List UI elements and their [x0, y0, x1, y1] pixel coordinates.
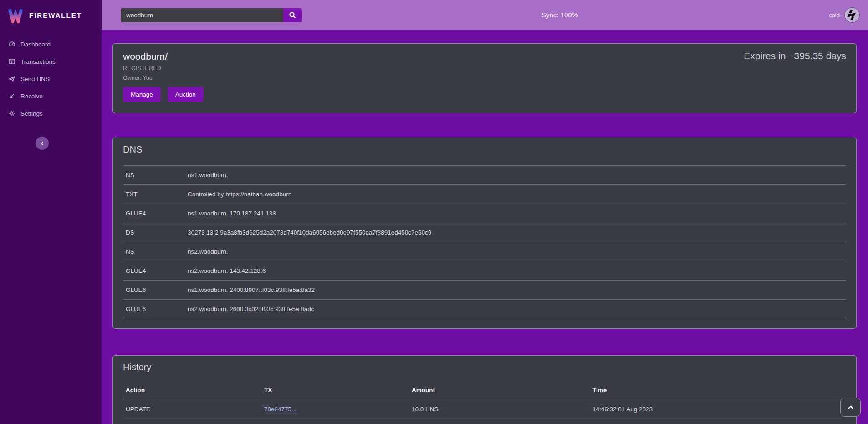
sidebar-item-label: Transactions	[20, 58, 56, 65]
dns-record-row: NS ns1.woodburn.	[123, 165, 846, 184]
history-title: History	[123, 361, 846, 373]
dns-record-type: NS	[123, 172, 188, 179]
chevron-left-icon	[40, 141, 45, 146]
send-plane-icon	[8, 75, 15, 82]
dashboard-gauge-icon	[8, 41, 15, 48]
domain-expiry: Expires in ~395.35 days	[744, 51, 846, 107]
dns-record-type: NS	[123, 248, 188, 255]
dns-record-value: ns1.woodburn. 170.187.241.138	[188, 210, 276, 217]
receive-arrow-icon	[8, 92, 15, 100]
dns-record-row: GLUE4 ns1.woodburn. 170.187.241.138	[123, 204, 846, 223]
dns-record-type: GLUE4	[123, 267, 188, 274]
transactions-table-icon	[8, 58, 15, 65]
firewallet-logo-icon	[7, 7, 24, 23]
dns-record-row: GLUE6 ns2.woodburn. 2600:3c02::f03c:93ff…	[123, 299, 846, 318]
scroll-to-top-button[interactable]	[840, 398, 861, 417]
search-bar	[121, 8, 302, 22]
sidebar-item-transactions[interactable]: Transactions	[0, 53, 102, 70]
dns-record-value: ns1.woodburn. 2400:8907::f03c:93ff:fe5a:…	[188, 286, 315, 293]
search-icon	[289, 11, 296, 19]
sidebar-item-label: Dashboard	[20, 41, 51, 48]
history-col-amount: Amount	[412, 387, 592, 393]
history-col-action: Action	[123, 387, 264, 393]
domain-card: woodburn/ REGISTERED Owner: You Manage A…	[112, 43, 857, 113]
sidebar-item-settings[interactable]: Settings	[0, 105, 102, 122]
dns-record-row: GLUE6 ns1.woodburn. 2400:8907::f03c:93ff…	[123, 280, 846, 299]
topbar: Sync: 100% cold	[102, 0, 868, 30]
dns-record-row: NS ns2.woodburn.	[123, 242, 846, 261]
settings-gear-icon	[8, 110, 15, 117]
dns-record-value: ns2.woodburn. 143.42.128.6	[188, 267, 266, 274]
history-row: UPDATE 70e64775... 10.0 HNS 14:46:32 01 …	[123, 399, 846, 419]
auction-button[interactable]: Auction	[168, 87, 204, 102]
history-row: RENEW 47f0d2a5... 10.0 HNS 15:15:36 07 J…	[123, 419, 846, 424]
brand: FIREWALLET	[0, 0, 102, 30]
sidebar-collapse-button[interactable]	[36, 137, 49, 150]
sidebar-item-label: Receive	[20, 93, 43, 100]
dns-record-type: GLUE4	[123, 210, 188, 217]
history-action: UPDATE	[123, 406, 264, 413]
dns-card: DNS NS ns1.woodburn. TXT Controlled by h…	[112, 138, 857, 329]
history-col-tx: TX	[264, 387, 412, 393]
app-window: FIREWALLET Dashboard	[0, 0, 868, 424]
sync-status: Sync: 100%	[541, 11, 578, 19]
search-button[interactable]	[283, 8, 302, 22]
main-area: Sync: 100% cold woodburn/	[102, 0, 868, 424]
handshake-logo-icon[interactable]	[844, 7, 860, 23]
dns-record-value: ns2.woodburn. 2600:3c02::f03c:93ff:fe5a:…	[188, 306, 314, 312]
sidebar-item-dashboard[interactable]: Dashboard	[0, 36, 102, 53]
brand-name: FIREWALLET	[29, 11, 82, 19]
search-input[interactable]	[121, 8, 283, 22]
domain-name: woodburn/	[123, 51, 204, 62]
domain-card-left: woodburn/ REGISTERED Owner: You Manage A…	[123, 51, 204, 107]
history-card: History Action TX Amount Time UPDATE 70e…	[112, 355, 857, 424]
tx-link[interactable]: 70e64775...	[264, 406, 296, 413]
history-header-row: Action TX Amount Time	[123, 381, 846, 399]
domain-owner: Owner: You	[123, 75, 204, 81]
dns-record-row: TXT Controlled by https://nathan.woodbur…	[123, 184, 846, 204]
dns-record-value: ns2.woodburn.	[188, 248, 228, 255]
dns-record-value: ns1.woodburn.	[188, 172, 228, 179]
dns-record-value: 30273 13 2 9a3a8fb3d625d2a2073d740f10da6…	[188, 229, 431, 236]
domain-actions: Manage Auction	[123, 87, 204, 102]
dns-record-value: Controlled by https://nathan.woodburn	[188, 191, 291, 198]
dns-record-type: DS	[123, 229, 188, 236]
dns-title: DNS	[123, 143, 846, 155]
wallet-group: cold	[829, 7, 860, 23]
dns-record-type: GLUE6	[123, 306, 188, 312]
sidebar: FIREWALLET Dashboard	[0, 0, 102, 424]
sidebar-item-send-hns[interactable]: Send HNS	[0, 70, 102, 87]
sidebar-item-label: Send HNS	[20, 76, 50, 82]
sidebar-nav: Dashboard Transactions	[0, 30, 102, 122]
sidebar-item-label: Settings	[20, 110, 43, 117]
dns-record-type: GLUE6	[123, 286, 188, 293]
domain-status-badge: REGISTERED	[123, 65, 204, 72]
history-amount: 10.0 HNS	[412, 406, 592, 413]
dns-record-row: GLUE4 ns2.woodburn. 143.42.128.6	[123, 261, 846, 280]
dns-record-type: TXT	[123, 191, 188, 198]
history-time: 14:46:32 01 Aug 2023	[592, 406, 846, 413]
wallet-name: cold	[829, 12, 840, 19]
sidebar-item-receive[interactable]: Receive	[0, 87, 102, 105]
manage-button[interactable]: Manage	[123, 87, 161, 102]
page-content: woodburn/ REGISTERED Owner: You Manage A…	[102, 30, 868, 424]
dns-record-row: DS 30273 13 2 9a3a8fb3d625d2a2073d740f10…	[123, 223, 846, 242]
history-col-time: Time	[592, 387, 846, 393]
dns-table: NS ns1.woodburn. TXT Controlled by https…	[123, 165, 846, 318]
chevron-up-icon	[847, 404, 854, 410]
